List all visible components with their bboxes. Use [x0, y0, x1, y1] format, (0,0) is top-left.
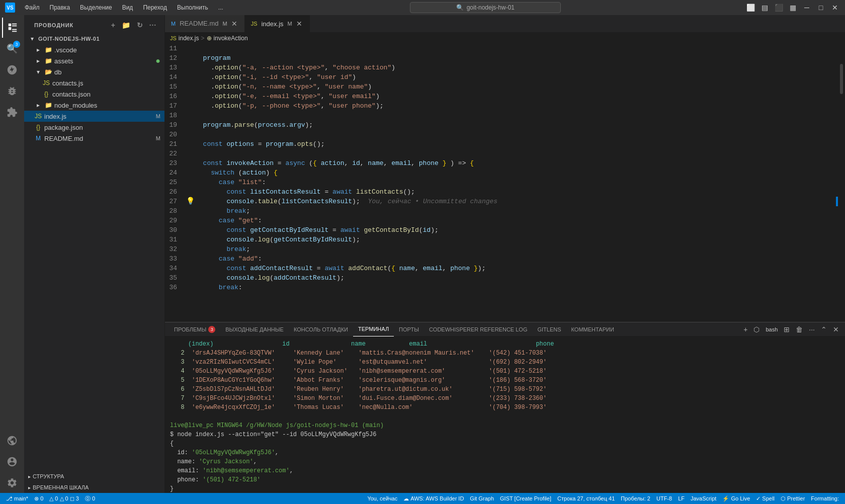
tab-indexjs[interactable]: JS index.js M ✕: [245, 15, 310, 32]
terminal-line: 6 'Z5sbDlS7pCzNsnAHLtDJd' 'Reuben Henry'…: [170, 385, 840, 394]
terminal-body[interactable]: (index) id name email phone 2 'drsAJ4SHP…: [165, 337, 845, 493]
code-editor[interactable]: 1112 program13 .option("-a, --action <ty…: [165, 44, 836, 322]
menu-go[interactable]: Переход: [141, 3, 169, 12]
status-eol[interactable]: LF: [675, 493, 688, 504]
menu-run[interactable]: Выполнить: [175, 3, 210, 12]
layout-sidebar-icon[interactable]: ⬜: [745, 3, 755, 13]
token: program: [266, 140, 293, 148]
new-file-icon[interactable]: +: [109, 20, 118, 30]
terminal-tab-comments[interactable]: КОММЕНТАРИИ: [566, 322, 619, 337]
tree-item-assets[interactable]: ▸ 📁 assets ●: [24, 55, 164, 66]
status-lang[interactable]: JavaScript: [688, 493, 719, 504]
tree-item-contacts-js[interactable]: JS contacts.js: [24, 77, 164, 89]
refresh-icon[interactable]: ↻: [135, 20, 145, 30]
readme-close-button[interactable]: ✕: [230, 20, 238, 28]
status-cursor[interactable]: Строка 27, столбец 41: [554, 493, 618, 504]
minimize-button[interactable]: ─: [802, 3, 812, 13]
layout-activity-icon[interactable]: ▦: [788, 3, 798, 13]
status-format[interactable]: ⓪ 0: [82, 493, 98, 504]
line-number-28: 28: [165, 206, 185, 216]
menu-edit[interactable]: Правка: [48, 3, 72, 12]
terminal-tab-problems[interactable]: ПРОБЛЕМЫ 3: [169, 322, 220, 337]
activity-settings[interactable]: [2, 473, 22, 493]
terminal-tab-codewhisperer[interactable]: CODEWHISPERER REFERENCE LOG: [424, 322, 533, 337]
add-terminal-button[interactable]: +: [741, 324, 749, 334]
maximize-button[interactable]: □: [816, 3, 826, 13]
menu-selection[interactable]: Выделение: [78, 3, 114, 12]
tree-item-contacts-json[interactable]: {} contacts.json: [24, 89, 164, 100]
status-gitgraph[interactable]: Git Graph: [467, 493, 497, 504]
status-location[interactable]: You, сейчас: [364, 493, 400, 504]
status-warnings[interactable]: △ 0 △ 0 ◻ 3: [46, 493, 82, 504]
menu-more[interactable]: ...: [216, 3, 225, 12]
token: (: [238, 83, 242, 91]
tree-item-package-json[interactable]: {} package.json: [24, 122, 164, 133]
gist-label: GIST [Create Profile]: [500, 495, 551, 501]
terminal-layout-button[interactable]: ⊞: [782, 324, 792, 334]
status-errors[interactable]: ⊗ 0: [31, 493, 46, 504]
breadcrumb-filename[interactable]: index.js: [179, 35, 199, 42]
token: "-n, --name <type>": [242, 83, 317, 91]
breadcrumb: JS index.js > ⊕ invokeAction: [165, 33, 845, 44]
breadcrumb-fn[interactable]: invokeAction: [214, 35, 248, 42]
terminal-trash-button[interactable]: 🗑: [794, 324, 805, 334]
status-gist[interactable]: GIST [Create Profile]: [497, 493, 554, 504]
token: );: [376, 102, 384, 110]
terminal-tab-output[interactable]: ВЫХОДНЫЕ ДАННЫЕ: [220, 322, 289, 337]
line-number-13: 13: [165, 63, 185, 72]
layout-editor-icon[interactable]: ▤: [759, 3, 770, 13]
code-line-27: 27💡 console.table(listContactsResult);Yo…: [165, 197, 836, 206]
line-content-16: .option("-e, --email <type>", "user emai…: [195, 92, 836, 101]
code-line-12: 12 program: [165, 53, 836, 63]
activity-source-control[interactable]: [2, 60, 22, 80]
title-search[interactable]: 🔍goit-nodejs-hw-01: [410, 2, 561, 13]
terminal-more-button[interactable]: ···: [807, 324, 817, 334]
activity-extensions[interactable]: [2, 102, 22, 122]
activity-remote[interactable]: [2, 431, 22, 451]
tree-item-db[interactable]: ▾ 📂 db: [24, 66, 164, 77]
tab-readme[interactable]: M README.md M ✕: [165, 15, 245, 32]
token: const: [203, 159, 227, 167]
tree-root[interactable]: ▾ GOIT-NODEJS-HW-01: [24, 33, 164, 44]
terminal-tab-ports[interactable]: ПОРТЫ: [394, 322, 424, 337]
terminal-tab-debug[interactable]: КОНСОЛЬ ОТЛАДКИ: [289, 322, 353, 337]
activity-explorer[interactable]: [2, 18, 22, 38]
menu-view[interactable]: Вид: [120, 3, 135, 12]
section-timeline[interactable]: ▸ ВРЕМЕННАЯ ШКАЛА: [24, 482, 164, 493]
close-button[interactable]: ✕: [830, 3, 840, 13]
tree-item-node-modules[interactable]: ▸ 📁 node_modules: [24, 100, 164, 111]
status-formatting[interactable]: Formatting:: [808, 493, 842, 504]
token: email: [419, 265, 443, 272]
menu-file[interactable]: Файл: [23, 3, 42, 12]
status-aws[interactable]: ☁ AWS: AWS Builder ID: [400, 493, 467, 504]
indexjs-close-button[interactable]: ✕: [295, 20, 303, 28]
activity-debug[interactable]: [2, 81, 22, 101]
terminal-split-button[interactable]: ⬡: [751, 324, 762, 334]
terminal-line: {: [170, 439, 840, 448]
status-golive[interactable]: ⚡ Go Live: [719, 493, 753, 504]
tree-item-vscode[interactable]: ▸ 📁 .vscode: [24, 44, 164, 55]
terminal-line: phone: '(501) 472-5218': [170, 475, 840, 484]
activity-account[interactable]: [2, 452, 22, 472]
new-folder-icon[interactable]: 📁: [120, 20, 133, 30]
terminal-expand-button[interactable]: ⌃: [819, 324, 829, 334]
tree-item-index-js[interactable]: JS index.js M: [24, 111, 164, 122]
terminal-tab-gitlens[interactable]: GITLENS: [532, 322, 566, 337]
scrollbar-thumb[interactable]: [840, 64, 843, 94]
status-encoding[interactable]: UTF-8: [653, 493, 675, 504]
status-prettier[interactable]: ⬡ Prettier: [778, 493, 808, 504]
editor-scrollbar[interactable]: [838, 44, 845, 322]
line-content-26: const listContactsResult = await listCon…: [195, 187, 836, 197]
terminal-close-button[interactable]: ✕: [831, 324, 841, 334]
activity-search[interactable]: 🔍 3: [2, 39, 22, 59]
terminal-tab-terminal[interactable]: ТЕРМИНАЛ: [353, 322, 394, 337]
tree-item-readme[interactable]: M README.md M: [24, 133, 164, 144]
status-spaces[interactable]: Пробелы: 2: [618, 493, 653, 504]
layout-panel-icon[interactable]: ⬛: [774, 3, 784, 13]
branch-name: main*: [14, 495, 28, 501]
more-options-icon[interactable]: ···: [147, 20, 158, 30]
line-content-15: .option("-n, --name <type>", "user name"…: [195, 82, 836, 92]
section-structure[interactable]: ▸ СТРУКТУРА: [24, 471, 164, 482]
status-branch[interactable]: ⎇ main*: [3, 493, 31, 504]
status-spell[interactable]: ✓ Spell: [753, 493, 778, 504]
